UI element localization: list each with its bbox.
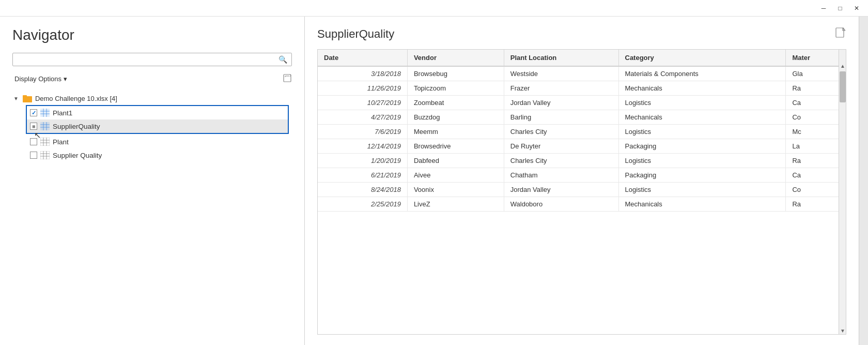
cell-date: 8/24/2018 — [318, 183, 407, 197]
display-options-arrow-icon: ▾ — [64, 75, 67, 83]
cell-plant-location: Barling — [504, 110, 618, 125]
cell-date: 11/26/2019 — [318, 81, 407, 96]
table-icon-plant — [40, 138, 50, 146]
cell-category: Packaging — [618, 139, 786, 154]
cell-material: Ra — [786, 154, 846, 168]
cell-date: 10/27/2019 — [318, 96, 407, 110]
cell-category: Mechanicals — [618, 197, 786, 212]
close-button[interactable]: ✕ — [849, 3, 864, 14]
plant-checkbox[interactable] — [30, 138, 37, 145]
restore-button[interactable]: □ — [833, 3, 847, 14]
cell-plant-location: Jordan Valley — [504, 183, 618, 197]
tree-item-plant[interactable]: Plant — [27, 135, 292, 148]
cell-date: 12/14/2019 — [318, 139, 407, 154]
svg-rect-6 — [40, 109, 50, 117]
cell-category: Logistics — [618, 183, 786, 197]
supplier-quality-label: Supplier Quality — [53, 152, 102, 159]
supplier-quality-checkbox[interactable] — [30, 152, 37, 159]
folder-icon — [23, 94, 32, 103]
cell-material: La — [786, 139, 846, 154]
search-icon: 🔍 — [278, 55, 287, 64]
table-header-row: Date Vendor Plant Location Category Mate… — [318, 50, 846, 66]
preview-icon — [835, 27, 846, 41]
table-row: 6/21/2019AiveeChathamPackagingCa — [318, 168, 846, 183]
cell-vendor: Browsebug — [407, 66, 504, 81]
cell-vendor: Topiczoom — [407, 81, 504, 96]
cell-date: 2/25/2019 — [318, 197, 407, 212]
main-content: Navigator 🔍 Display Options ▾ — [0, 17, 868, 345]
cell-date: 3/18/2018 — [318, 66, 407, 81]
cell-material: Ca — [786, 168, 846, 183]
left-panel: Navigator 🔍 Display Options ▾ — [0, 17, 305, 345]
cell-vendor: Zoombeat — [407, 96, 504, 110]
preview-header: SupplierQuality — [317, 27, 846, 41]
tree-item-plant1[interactable]: Plant1 — [27, 106, 288, 119]
plant-label: Plant — [53, 138, 69, 146]
cell-material: Co — [786, 110, 846, 125]
cell-vendor: Dabfeed — [407, 154, 504, 168]
scrollbar-thumb[interactable] — [840, 71, 846, 102]
cell-plant-location: Charles City — [504, 125, 618, 139]
preview-title: SupplierQuality — [317, 27, 394, 41]
scrollbar-down-arrow[interactable]: ▼ — [839, 327, 846, 334]
navigator-window: ─ □ ✕ Navigator 🔍 Display Options ▾ — [0, 0, 868, 345]
minimize-button[interactable]: ─ — [816, 3, 831, 14]
cell-plant-location: Charles City — [504, 154, 618, 168]
tree-container: ▼ Demo Challenge 10.xlsx [4] — [12, 92, 292, 335]
tree-root-label: Demo Challenge 10.xlsx [4] — [35, 95, 117, 102]
table-row: 3/18/2018BrowsebugWestsideMaterials & Co… — [318, 66, 846, 81]
table-row: 4/27/2019BuzzdogBarlingMechanicalsCo — [318, 110, 846, 125]
data-table-wrapper: Date Vendor Plant Location Category Mate… — [317, 49, 846, 335]
right-panel: SupplierQuality Date Vendor Pla — [305, 17, 859, 345]
right-edge-panel — [859, 17, 868, 345]
cell-category: Packaging — [618, 168, 786, 183]
table-row: 12/14/2019BrowsedriveDe RuyterPackagingL… — [318, 139, 846, 154]
navigator-title: Navigator — [12, 27, 292, 43]
svg-rect-5 — [23, 96, 32, 102]
col-vendor: Vendor — [407, 50, 504, 66]
cell-plant-location: Chatham — [504, 168, 618, 183]
cell-plant-location: Westside — [504, 66, 618, 81]
tree-children: Plant1 — [12, 105, 292, 162]
scrollbar-up-arrow[interactable]: ▲ — [839, 62, 846, 69]
cell-vendor: Voonix — [407, 183, 504, 197]
table-row: 7/6/2019MeemmCharles CityLogisticsMc — [318, 125, 846, 139]
search-box[interactable]: 🔍 — [12, 53, 292, 66]
refresh-icon[interactable] — [283, 73, 292, 84]
col-date: Date — [318, 50, 407, 66]
tree-root[interactable]: ▼ Demo Challenge 10.xlsx [4] — [12, 92, 292, 105]
cell-category: Logistics — [618, 96, 786, 110]
svg-rect-0 — [284, 74, 291, 82]
plant1-checkbox[interactable] — [30, 109, 37, 116]
table-icon-plant1 — [40, 109, 50, 117]
table-row: 10/27/2019ZoombeatJordan ValleyLogistics… — [318, 96, 846, 110]
expand-arrow-icon: ▼ — [13, 96, 19, 101]
cell-plant-location: Frazer — [504, 81, 618, 96]
cell-material: Gla — [786, 66, 846, 81]
title-bar: ─ □ ✕ — [0, 0, 868, 17]
cell-plant-location: Waldoboro — [504, 197, 618, 212]
cell-material: Ca — [786, 96, 846, 110]
display-options-label: Display Options — [14, 75, 61, 83]
display-options-button[interactable]: Display Options ▾ — [12, 74, 69, 84]
svg-rect-11 — [40, 122, 50, 130]
cell-material: Co — [786, 183, 846, 197]
search-input[interactable] — [17, 56, 278, 64]
tree-item-supplierquality[interactable]: SupplierQuality ↖ — [27, 119, 288, 133]
cell-material: Mc — [786, 125, 846, 139]
scrollbar[interactable]: ▲ ▼ — [839, 50, 846, 334]
cell-material: Ra — [786, 197, 846, 212]
title-bar-buttons: ─ □ ✕ — [816, 3, 864, 14]
cell-category: Materials & Components — [618, 66, 786, 81]
cell-category: Mechanicals — [618, 81, 786, 96]
cell-vendor: Buzzdog — [407, 110, 504, 125]
col-material: Mater — [786, 50, 846, 66]
supplierquality-checkbox[interactable] — [30, 123, 37, 130]
cell-category: Logistics — [618, 125, 786, 139]
cell-vendor: Aivee — [407, 168, 504, 183]
highlighted-group: Plant1 — [26, 105, 289, 134]
tree-item-supplier-quality[interactable]: Supplier Quality — [27, 148, 292, 162]
cell-date: 6/21/2019 — [318, 168, 407, 183]
cell-vendor: Meemm — [407, 125, 504, 139]
cell-date: 1/20/2019 — [318, 154, 407, 168]
